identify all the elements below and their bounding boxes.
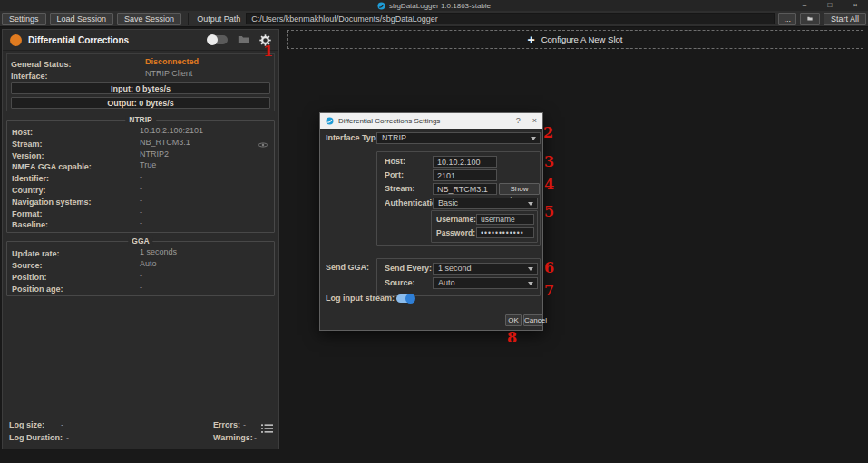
username-label: Username:: [436, 214, 476, 226]
row-value: -: [140, 207, 142, 218]
annotation-1: 1: [263, 44, 273, 58]
row-value: NTRIP2: [140, 149, 169, 160]
row-label: Identifier:: [12, 174, 49, 183]
send-every-select[interactable]: 1 second: [433, 263, 538, 275]
dialog-title: Differential Corrections Settings: [338, 117, 440, 125]
ntrip-row: Identifier:-: [7, 171, 274, 183]
port-label: Port:: [385, 169, 404, 181]
configure-new-slot-button[interactable]: + Configure A New Slot: [287, 30, 863, 49]
panel-header-actions: [208, 34, 271, 46]
row-label: Position:: [12, 273, 47, 282]
output-path-input[interactable]: [246, 13, 775, 24]
window-title: sbgDataLogger 1.0.1863-stable: [389, 2, 491, 10]
row-value: 10.10.2.100:2101: [140, 125, 203, 137]
log-size-label: Log size:: [9, 420, 44, 429]
ntrip-group-legend: NTRIP: [125, 116, 156, 124]
row-value: -: [140, 171, 142, 183]
host-label: Host:: [385, 156, 405, 168]
load-session-button[interactable]: Load Session: [50, 13, 114, 25]
window-title-area: sbgDataLogger 1.0.1863-stable: [0, 0, 868, 11]
host-input[interactable]: [433, 156, 497, 168]
gga-row: Position:-: [7, 270, 274, 282]
save-session-button[interactable]: Save Session: [117, 13, 181, 25]
annotation-6: 6: [544, 261, 554, 275]
annotation-3: 3: [544, 155, 554, 169]
chevron-down-icon: [528, 282, 533, 285]
app-logo-icon: [326, 117, 334, 125]
list-icon: [261, 423, 274, 434]
authentication-select[interactable]: Basic: [433, 198, 538, 209]
ntrip-row: Navigation systems:-: [7, 195, 274, 207]
dialog-help-button[interactable]: ?: [516, 113, 521, 129]
username-input[interactable]: [476, 214, 534, 225]
row-label: Navigation systems:: [12, 198, 92, 207]
output-path-label: Output Path: [195, 14, 242, 24]
annotation-7: 7: [544, 284, 554, 297]
browse-ellipsis-button[interactable]: ...: [778, 13, 796, 25]
row-label: Version:: [12, 151, 44, 160]
port-input[interactable]: [433, 169, 497, 181]
slot-enable-toggle[interactable]: [208, 35, 228, 44]
differential-corrections-settings-dialog: Differential Corrections Settings ? × In…: [319, 112, 543, 331]
panel-header: Differential Corrections: [3, 30, 278, 51]
row-label: Position age:: [12, 285, 63, 294]
log-list-button[interactable]: [261, 423, 274, 436]
minimize-button[interactable]: –: [792, 0, 817, 11]
main-toolbar: Settings Load Session Save Session Outpu…: [0, 11, 868, 27]
ntrip-row: Country:-: [7, 183, 274, 195]
output-rate-bar: Output: 0 bytes/s: [11, 97, 270, 109]
gga-row: Source:Auto: [7, 258, 274, 270]
send-every-label: Send Every:: [385, 263, 432, 275]
row-value: -: [140, 217, 142, 229]
stream-input[interactable]: [433, 183, 497, 195]
start-all-button[interactable]: Start All: [824, 13, 866, 25]
differential-corrections-panel: Differential Corrections: [2, 29, 279, 449]
dialog-titlebar: Differential Corrections Settings ? ×: [320, 113, 542, 129]
row-label: Source:: [12, 261, 43, 270]
authentication-value: Basic: [438, 198, 458, 207]
ntrip-settings-groupbox: Host: Port: Stream: Show streams Authent…: [376, 151, 541, 246]
folder-icon[interactable]: [238, 35, 249, 44]
status-frame: General Status: Disconnected Interface: …: [6, 53, 275, 111]
chevron-down-icon: [528, 202, 533, 206]
ntrip-row: Stream:NB_RTCM3.1: [7, 137, 274, 149]
toggle-knob: [405, 294, 415, 304]
send-gga-label: Send GGA:: [326, 262, 369, 274]
status-row: Interface: NTRIP Client: [7, 68, 274, 80]
warnings-value: -: [254, 433, 257, 442]
gga-source-select[interactable]: Auto: [433, 277, 538, 289]
annotation-4: 4: [544, 178, 554, 191]
row-value: 1 seconds: [140, 246, 177, 258]
ntrip-row: Version:NTRIP2: [7, 149, 274, 160]
settings-button[interactable]: Settings: [2, 13, 46, 25]
log-size-value: -: [61, 420, 63, 429]
interface-type-label: Interface Type:: [326, 132, 383, 144]
maximize-button[interactable]: □: [817, 0, 843, 11]
interface-value: NTRIP Client: [145, 68, 192, 80]
gga-group: GGA Update rate:1 seconds Source:Auto Po…: [6, 241, 275, 296]
password-label: Password:: [436, 227, 475, 239]
interface-type-select[interactable]: NTRIP: [376, 132, 541, 144]
ntrip-group: NTRIP Host:10.10.2.100:2101 Stream:NB_RT…: [6, 120, 275, 233]
cancel-button[interactable]: Cancel: [523, 314, 543, 326]
close-button[interactable]: ×: [843, 0, 868, 11]
row-label: Stream:: [12, 140, 43, 149]
ok-button[interactable]: OK: [505, 314, 522, 326]
log-duration-value: -: [66, 433, 69, 442]
application-window: sbgDataLogger 1.0.1863-stable – □ × Sett…: [0, 0, 868, 463]
stream-label: Stream:: [385, 183, 415, 195]
dialog-close-button[interactable]: ×: [532, 113, 537, 129]
password-input[interactable]: [476, 227, 534, 238]
interface-type-value: NTRIP: [382, 133, 406, 142]
configure-new-slot-label: Configure A New Slot: [541, 34, 623, 44]
panel-footer: Log size: - Log Duration: - Errors: - Wa…: [9, 420, 273, 444]
chevron-down-icon: [528, 267, 533, 271]
show-streams-button[interactable]: Show streams: [499, 183, 540, 195]
row-label: Format:: [12, 209, 43, 218]
open-folder-button[interactable]: [800, 13, 820, 25]
ntrip-row: Format:-: [7, 207, 274, 218]
log-input-stream-toggle[interactable]: [396, 294, 414, 303]
ntrip-row: NMEA GGA capable:True: [7, 159, 274, 171]
row-label: Baseline:: [12, 220, 48, 229]
row-label: Host:: [12, 128, 33, 137]
